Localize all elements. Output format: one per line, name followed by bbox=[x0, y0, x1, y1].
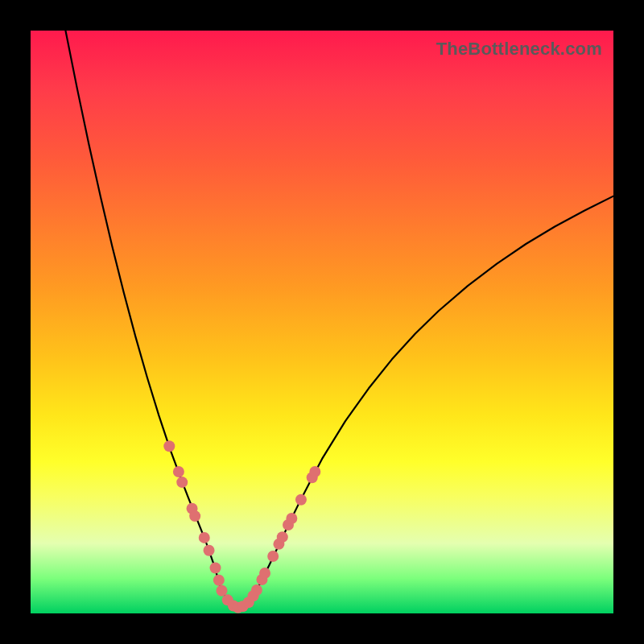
bottleneck-curve bbox=[65, 31, 613, 608]
data-point bbox=[267, 551, 279, 562]
marker-group bbox=[163, 440, 320, 613]
data-point bbox=[199, 532, 210, 543]
data-point bbox=[277, 531, 288, 543]
data-point bbox=[216, 585, 227, 597]
data-point bbox=[213, 575, 225, 586]
data-point bbox=[286, 513, 297, 524]
data-point bbox=[189, 510, 200, 522]
data-point bbox=[259, 568, 270, 579]
data-point bbox=[173, 466, 184, 477]
data-point bbox=[295, 494, 307, 506]
plot-area: TheBottleneck.com bbox=[31, 31, 613, 613]
data-point bbox=[251, 584, 262, 596]
data-point bbox=[204, 545, 215, 556]
chart-stage: TheBottleneck.com bbox=[0, 0, 644, 644]
data-point bbox=[176, 477, 188, 488]
curve-group bbox=[65, 31, 613, 608]
data-point bbox=[309, 466, 320, 477]
data-point bbox=[163, 440, 175, 452]
chart-svg bbox=[31, 31, 613, 613]
data-point bbox=[210, 563, 221, 574]
